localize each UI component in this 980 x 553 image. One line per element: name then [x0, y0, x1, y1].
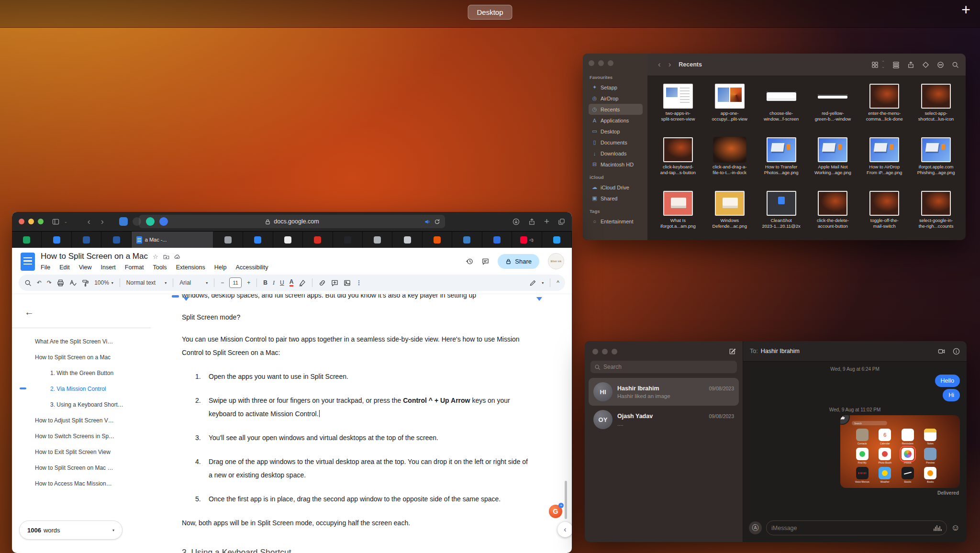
sidebar-item-icloud-drive[interactable]: ☁iCloud Drive: [589, 182, 643, 193]
file-item[interactable]: click-keyboard-and-tap...s-button: [654, 138, 702, 192]
editing-mode-icon[interactable]: [529, 279, 536, 287]
zoom-select[interactable]: 100%▾: [94, 279, 113, 286]
redo-button[interactable]: ↷: [47, 279, 52, 286]
recipient-name[interactable]: Hashir Ibrahim: [761, 348, 800, 354]
finder-traffic-lights[interactable]: [589, 60, 643, 66]
paint-format-icon[interactable]: [82, 279, 89, 287]
pinned-tab[interactable]: [392, 232, 422, 248]
outline-item[interactable]: How to Adjust Split Screen V…: [12, 412, 170, 428]
compose-icon[interactable]: [729, 348, 736, 355]
editing-mode-chevron[interactable]: ▾: [542, 281, 544, 285]
outline-item[interactable]: How to Exit Split Screen View: [12, 444, 170, 460]
sidebar-item-setapp[interactable]: ✦Setapp: [589, 82, 643, 93]
pinned-tab[interactable]: [452, 232, 482, 248]
menu-help[interactable]: Help: [214, 264, 227, 271]
audio-message-icon[interactable]: [934, 525, 942, 531]
file-item[interactable]: iforgot.apple.comPhishing...age.png: [912, 138, 960, 192]
menu-view[interactable]: View: [79, 264, 92, 271]
pinned-tab[interactable]: [423, 232, 452, 248]
conversation-row[interactable]: OYOjash Yadav09/08/2023....: [589, 406, 739, 433]
pinned-tab[interactable]: ◁): [512, 232, 542, 248]
version-history-icon[interactable]: [466, 258, 473, 265]
tag-icon[interactable]: [922, 61, 929, 68]
bold-button[interactable]: B: [263, 279, 267, 286]
file-item[interactable]: red-yellow-green-b...-window: [809, 85, 857, 138]
chat-transcript[interactable]: Wed, 9 Aug at 6:24 PM Hello Hi Wed, 9 Au…: [743, 362, 967, 516]
file-item[interactable]: toggle-off-the-mail-switch: [860, 192, 908, 240]
sidebar-item-desktop[interactable]: ▭Desktop: [589, 126, 643, 137]
star-icon[interactable]: ☆: [153, 253, 158, 260]
file-item[interactable]: select-google-in-the-righ...ccounts: [912, 192, 960, 240]
pinned-tab[interactable]: [243, 232, 273, 248]
share-icon[interactable]: [907, 61, 914, 68]
file-item[interactable]: WindowsDefende...ac.png: [706, 192, 754, 240]
spellcheck-icon[interactable]: [69, 279, 77, 287]
google-docs-icon[interactable]: [21, 253, 35, 271]
outline-item[interactable]: How to Access Mac Mission…: [12, 476, 170, 491]
file-item[interactable]: How to AirDropFrom iP...age.png: [860, 138, 908, 192]
share-icon[interactable]: [528, 218, 535, 225]
outline-item[interactable]: How to Switch Screens in Sp…: [12, 428, 170, 444]
downloads-icon[interactable]: [512, 218, 520, 225]
extension-icon[interactable]: [119, 217, 128, 226]
outline-item[interactable]: How to Split Screen on a Mac: [12, 349, 170, 365]
forward-button[interactable]: ›: [665, 60, 675, 69]
group-by-icon[interactable]: [892, 61, 900, 68]
search-menus-icon[interactable]: [24, 279, 32, 287]
pinned-tab[interactable]: [101, 232, 131, 248]
word-count-pill[interactable]: 1006 words ▾: [19, 520, 122, 540]
sidebar-toggle-icon[interactable]: [52, 218, 59, 225]
outline-item[interactable]: 3. Using a Keyboard Short…: [12, 397, 170, 412]
heading-collapse-triangle[interactable]: [536, 297, 542, 301]
cloud-status-icon[interactable]: [174, 254, 180, 260]
menu-format[interactable]: Format: [125, 264, 144, 271]
more-actions-icon[interactable]: [937, 61, 944, 68]
back-button[interactable]: ‹: [654, 60, 665, 69]
pinned-tab[interactable]: [482, 232, 512, 248]
file-item[interactable]: select-app-shortcut...lus-icon: [912, 85, 960, 138]
view-grid-icon[interactable]: [871, 61, 879, 68]
search-field[interactable]: Search: [590, 361, 737, 373]
sidebar-item-shared[interactable]: ▣Shared: [589, 193, 643, 204]
share-button[interactable]: Share: [498, 254, 539, 269]
sidebar-item-documents[interactable]: ▯Documents: [589, 137, 643, 148]
file-item[interactable]: enter-the-menu-comma...lick-done: [860, 85, 908, 138]
collapse-panel-handle[interactable]: ‹: [557, 522, 572, 537]
more-toolbar-button[interactable]: ⋮: [356, 279, 362, 286]
pinned-tab[interactable]: [213, 232, 243, 248]
file-item[interactable]: What Isiforgot.a...am.png: [654, 192, 702, 240]
tab-audio-icon[interactable]: ◁): [529, 238, 534, 242]
pinned-tab[interactable]: [72, 232, 101, 248]
sent-message-bubble[interactable]: Hi: [943, 389, 960, 401]
back-button[interactable]: ‹: [85, 217, 93, 227]
sidebar-chevron[interactable]: ⌄: [64, 220, 67, 224]
messages-traffic-lights[interactable]: [592, 349, 617, 354]
outline-item[interactable]: 1. With the Green Button: [12, 365, 170, 381]
file-item[interactable]: two-apps-in-split-screen-view: [654, 85, 702, 138]
search-icon[interactable]: [952, 61, 959, 68]
insert-image-icon[interactable]: [344, 279, 351, 287]
emoji-picker-icon[interactable]: ☺: [951, 523, 960, 533]
file-item[interactable]: CleanShot2023-1...20.11@2x: [757, 192, 805, 240]
sidebar-item-macintosh-hd[interactable]: ⊟Macintosh HD: [589, 159, 643, 170]
sidebar-item-airdrop[interactable]: ◎AirDrop: [589, 93, 643, 104]
audio-speaker-icon[interactable]: [424, 219, 430, 225]
view-sort-chevrons[interactable]: ⌃⌄: [881, 60, 885, 69]
move-folder-icon[interactable]: [163, 254, 169, 260]
pinned-tab[interactable]: [542, 232, 572, 248]
collapse-toolbar-button[interactable]: ^: [557, 279, 559, 286]
file-item[interactable]: click-and-drag-a-file-to-t...-in-dock: [706, 138, 754, 192]
sent-message-bubble[interactable]: Hello: [935, 375, 960, 387]
text-color-button[interactable]: A: [290, 279, 294, 287]
info-icon[interactable]: [953, 348, 960, 355]
thumbs-up-tapback[interactable]: [840, 415, 850, 425]
grammarly-widget[interactable]: G+: [549, 505, 562, 518]
outline-item[interactable]: What Are the Split Screen Vi…: [12, 333, 170, 349]
imessage-apps-button[interactable]: Ⓐ: [749, 521, 762, 534]
document-scrollbar[interactable]: [565, 481, 567, 519]
underline-button[interactable]: U: [280, 279, 284, 286]
sent-image-attachment[interactable]: Search Contacts6CalendarRemindersNotesFi…: [840, 415, 960, 488]
menu-accessibility[interactable]: Accessibility: [236, 264, 268, 271]
pinned-tab[interactable]: [303, 232, 333, 248]
heading-collapse-dash[interactable]: [172, 295, 179, 298]
